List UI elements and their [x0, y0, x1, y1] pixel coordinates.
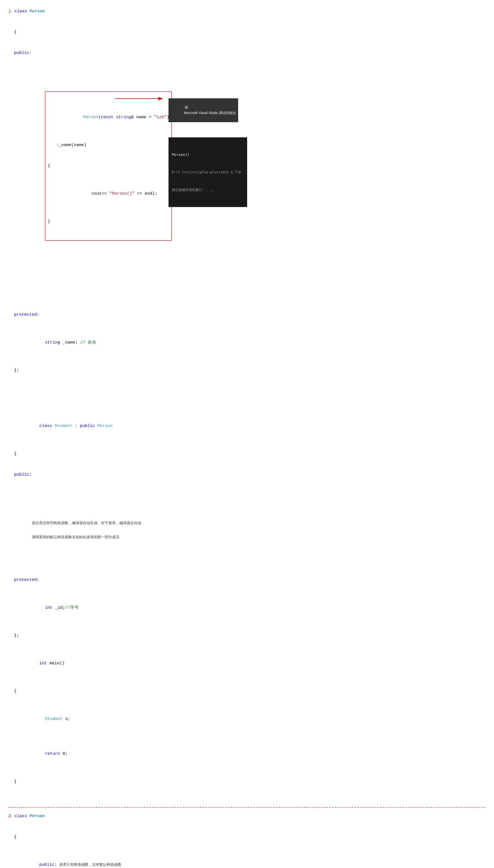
brace-open-2: {: [14, 834, 486, 841]
section-1-num: 1.: [8, 8, 12, 13]
public-keyword-1: public:: [14, 50, 486, 57]
arrow-to-console-1: [115, 96, 171, 104]
console-title-1: ⊞ Microsoft Visual Studio 调试控制台: [169, 98, 238, 122]
student-protected-1: protected:: [14, 577, 486, 584]
class-close-1: };: [14, 367, 486, 374]
constructor-sig-1: Person(const string& name = "zzb"): [48, 107, 169, 128]
init-list-1: :_name(name): [56, 142, 169, 149]
console-line-1-3: 按任意键关闭此窗口. . ._: [172, 187, 244, 193]
main-brace-1: {: [14, 688, 486, 695]
student-class-header-1: class Student : public Person: [14, 416, 486, 436]
class-keyword-2: class: [15, 814, 30, 818]
protected-keyword-1: protected:: [14, 312, 486, 319]
console-title-text-1: Microsoft Visual Studio 调试控制台: [184, 111, 236, 115]
student-close-1: };: [14, 632, 486, 639]
brace-open-1: {: [14, 29, 486, 36]
annotation-text-1: 派生类没有写构造函数，编译器自动生成，对于基类，编译器会自动 调用基类的默认构造…: [20, 521, 141, 546]
section-1-content: 1. class Person { public: Person(const s…: [8, 6, 486, 805]
return-1: return 0;: [20, 743, 486, 765]
main-decl-1: int main(): [14, 653, 486, 674]
annotation-1: 派生类没有写构造函数，编译器自动生成，对于基类，编译器会自动 调用基类的默认构造…: [20, 506, 486, 555]
class-keyword-1: class: [15, 9, 30, 14]
public-line-2: public:基类只有构造函数，没有默认构造函数: [14, 854, 486, 868]
cout-1: cout<< "Person()" << endl;: [56, 184, 169, 204]
public-note-2: 基类只有构造函数，没有默认构造函数: [59, 862, 121, 867]
section-2-num: 2.: [8, 813, 12, 818]
section-2: 2. class Person { public:基类只有构造函数，没有默认构造…: [8, 810, 486, 868]
id-member-1: int _id;//学号: [20, 598, 486, 618]
console-line-1-2: D:\C C++\c++\cplus-plus\test_4_7\D: [172, 170, 244, 175]
brace-open-c1: {: [48, 163, 169, 170]
console-output-1: Person() D:\C C++\c++\cplus-plus\test_4_…: [169, 137, 247, 207]
class-name-person-1: Person: [30, 9, 45, 14]
red-box-constructor-1: Person(const string& name = "zzb") :_nam…: [45, 91, 172, 241]
console-line-1-1: Person(): [172, 152, 244, 157]
section-1: 1. class Person { public: Person(const s…: [8, 6, 486, 808]
code-block-2: { public:基类只有构造函数，没有默认构造函数 Person(const …: [14, 820, 486, 868]
brace-close-c1: }: [48, 218, 169, 225]
name-member-1: string _name; // 姓名: [20, 332, 486, 353]
code-block-1: { public: Person(const string& name = "z…: [14, 15, 486, 799]
main-close-1: }: [14, 778, 486, 786]
section-2-content: 2. class Person { public:基类只有构造函数，没有默认构造…: [8, 810, 486, 868]
blank-1: [14, 388, 486, 395]
student-brace-1: {: [14, 451, 486, 458]
class-name-person-2: Person: [30, 814, 45, 818]
divider-1: [8, 807, 486, 808]
student-s-1: Student s;: [20, 709, 486, 730]
constructor-box-1: Person(const string& name = "zzb") :_nam…: [20, 84, 486, 289]
student-public-1: public:: [14, 471, 486, 478]
main-container: 1. class Person { public: Person(const s…: [8, 6, 486, 868]
console-box-1: ⊞ Microsoft Visual Studio 调试控制台 Person()…: [169, 84, 238, 145]
